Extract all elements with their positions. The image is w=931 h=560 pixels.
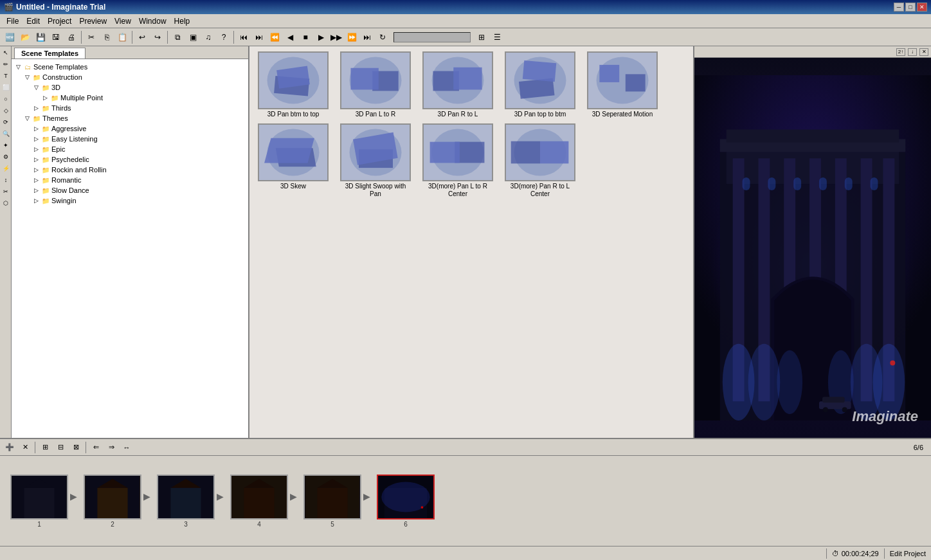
b1[interactable]: ▣ [186,30,200,44]
tree-item-scene-templates[interactable]: ▽🗂Scene Templates [14,62,246,72]
template-item-t4[interactable]: 3D Pan top to btm [502,51,579,118]
tl-b4[interactable]: ⇐ [89,441,103,454]
tree-expander-epic[interactable]: ▷ [32,145,40,153]
tl-b3[interactable]: ⊠ [69,441,83,454]
tree-item-construction[interactable]: ▽📁Construction [14,72,246,82]
tree-expander-easy-listening[interactable]: ▷ [32,135,40,143]
tree-expander-psychedelic[interactable]: ▷ [32,156,40,163]
left-icon-10[interactable]: ⚙ [1,152,11,162]
minimize-button[interactable]: ─ [894,3,904,12]
close-button[interactable]: ✕ [917,3,927,12]
tree-expander-thirds[interactable]: ▷ [32,104,40,112]
slide-thumb-5[interactable] [303,474,361,519]
left-icon-4[interactable]: ⬜ [1,82,11,93]
music-button[interactable]: ♫ [201,30,215,44]
new-button[interactable]: 🆕 [3,30,17,44]
tl-b1[interactable]: ⊞ [38,441,52,454]
template-item-t6[interactable]: 3D Skew [255,123,332,198]
template-item-t9[interactable]: 3D(more) Pan R to L Center [502,123,579,198]
help-button[interactable]: ? [217,30,231,44]
tree-item-romantic[interactable]: ▷📁Romantic [14,175,246,185]
slide-thumb-4[interactable] [230,474,288,519]
next-button[interactable]: ⏩ [345,30,359,44]
duplicate-button[interactable]: ⧉ [170,30,185,44]
tree-expander-3d[interactable]: ▽ [32,84,40,91]
menu-item-window[interactable]: Window [135,15,170,27]
slide-thumb-6[interactable] [377,474,435,519]
left-icon-8[interactable]: 🔍 [1,129,11,139]
scene-templates-tab[interactable]: Scene Templates [14,48,86,59]
template-item-t5[interactable]: 3D Seperated Motion [584,51,661,118]
timeline-slider[interactable] [393,32,471,42]
back-button[interactable]: ◀ [283,30,297,44]
menu-item-help[interactable]: Help [170,15,194,27]
slide-thumb-2[interactable] [84,474,141,519]
tree-item-easy-listening[interactable]: ▷📁Easy Listening [14,134,246,144]
maximize-button[interactable]: □ [905,3,916,12]
left-icon-3[interactable]: T [1,71,11,81]
menu-item-preview[interactable]: Preview [75,15,111,27]
tl-close-button[interactable]: ✕ [18,441,32,454]
tree-item-3d[interactable]: ▽📁3D [14,82,246,93]
tree-expander-themes[interactable]: ▽ [23,114,31,122]
template-item-t7[interactable]: 3D Slight Swoop with Pan [337,123,414,198]
grid-view-button[interactable]: ⊞ [475,30,489,44]
left-icon-9[interactable]: ✦ [1,140,11,150]
tree-item-themes[interactable]: ▽📁Themes [14,113,246,123]
tl-b2[interactable]: ⊟ [53,441,68,454]
tl-add-button[interactable]: ➕ [3,441,17,454]
start-button[interactable]: ⏮ [237,30,251,44]
menu-item-project[interactable]: Project [44,15,75,27]
cut-button[interactable]: ✂ [84,30,98,44]
preview-ctrl-3[interactable]: ✕ [919,48,928,56]
tl-b5[interactable]: ⇒ [104,441,118,454]
rewind-button[interactable]: ⏪ [267,30,282,44]
undo-button[interactable]: ↩ [135,30,149,44]
slide-thumb-3[interactable] [157,474,215,519]
slide-thumb-1[interactable] [10,474,68,519]
slide-item-5[interactable]: 5 [303,474,361,528]
menu-item-file[interactable]: File [3,15,23,27]
left-icon-6[interactable]: ◇ [1,105,11,116]
template-item-t2[interactable]: 3D Pan L to R [337,51,414,118]
tree-expander-rockin-and-rollin[interactable]: ▷ [32,166,40,174]
list-view-button[interactable]: ☰ [490,30,504,44]
prev-button[interactable]: ⏭ [252,30,266,44]
stop-button[interactable]: ■ [298,30,312,44]
play-button[interactable]: ▶ [314,30,328,44]
template-item-t8[interactable]: 3D(more) Pan L to R Center [419,123,496,198]
template-item-t3[interactable]: 3D Pan R to L [419,51,496,118]
slide-item-2[interactable]: 2 [84,474,141,528]
end-button[interactable]: ⏭ [360,30,374,44]
tree-expander-romantic[interactable]: ▷ [32,176,40,184]
tree-item-aggressive[interactable]: ▷📁Aggressive [14,123,246,134]
tree-panel[interactable]: ▽🗂Scene Templates▽📁Construction▽📁3D▷📁Mul… [12,59,248,438]
left-icon-12[interactable]: ↕ [1,175,11,185]
copy-button[interactable]: ⎘ [100,30,114,44]
left-icon-14[interactable]: ⬡ [1,198,11,208]
print-button[interactable]: 🖨 [64,30,78,44]
tree-item-rockin-and-rollin[interactable]: ▷📁Rockin and Rollin [14,165,246,175]
tree-expander-multiple-point[interactable]: ▷ [41,94,49,102]
preview-ctrl-2[interactable]: ↓ [908,48,917,56]
tree-expander-aggressive[interactable]: ▷ [32,125,40,132]
tree-item-swingin[interactable]: ▷📁Swingin [14,195,246,206]
template-item-t1[interactable]: 3D Pan btm to top [255,51,332,118]
paste-button[interactable]: 📋 [115,30,129,44]
tl-b6[interactable]: ↔ [120,441,134,454]
slide-item-4[interactable]: 4 [230,474,288,528]
tree-item-thirds[interactable]: ▷📁Thirds [14,103,246,113]
forward-button[interactable]: ▶▶ [329,30,343,44]
left-icon-13[interactable]: ✂ [1,186,11,197]
tree-expander-slow-dance[interactable]: ▷ [32,186,40,194]
left-icon-7[interactable]: ⟳ [1,117,11,127]
save-button[interactable]: 💾 [33,30,48,44]
loop-button[interactable]: ↻ [375,30,390,44]
tree-expander-construction[interactable]: ▽ [23,73,31,81]
slide-item-6[interactable]: 6 [377,474,435,528]
left-icon-1[interactable]: ↖ [1,48,11,58]
preview-ctrl-1[interactable]: 2↑ [896,48,905,56]
tree-expander-scene-templates[interactable]: ▽ [14,63,22,71]
slide-item-1[interactable]: 1 [10,474,68,528]
tree-item-psychedelic[interactable]: ▷📁Psychedelic [14,154,246,165]
